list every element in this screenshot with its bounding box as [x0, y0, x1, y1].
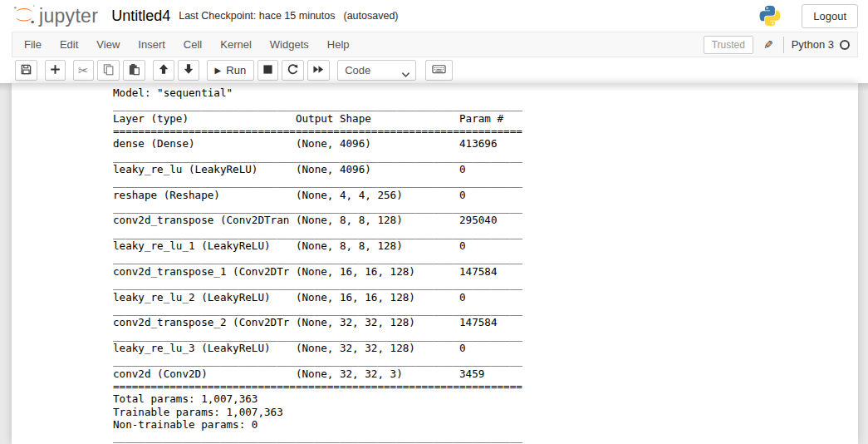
menu-help[interactable]: Help [318, 32, 359, 57]
run-label: Run [226, 64, 246, 76]
cell-type-select-wrap: Code [337, 60, 416, 81]
move-cell-down-button[interactable] [178, 60, 199, 81]
cut-icon: ✂ [78, 64, 89, 76]
cut-cell-button[interactable]: ✂ [73, 60, 94, 81]
model-summary-output: Model: "sequential" ____________________… [113, 83, 858, 444]
copy-icon [102, 63, 115, 78]
trusted-button[interactable]: Trusted [704, 36, 753, 54]
notebook-container: Model: "sequential" ____________________… [12, 83, 858, 444]
toolbar: ✂ ▶ Run [0, 57, 868, 83]
jupyter-logo-icon [12, 2, 37, 31]
keyboard-icon [432, 63, 446, 77]
menu-widgets[interactable]: Widgets [261, 32, 318, 57]
menu-kernel[interactable]: Kernel [211, 32, 261, 57]
save-button[interactable] [15, 60, 37, 81]
kernel-name: Python 3 [792, 38, 834, 51]
menu-file[interactable]: File [15, 32, 51, 57]
paste-icon [128, 63, 140, 78]
arrow-up-icon [158, 63, 169, 77]
run-button[interactable]: ▶ Run [207, 60, 255, 81]
notebook-title[interactable]: Untitled4 [111, 7, 170, 25]
run-icon: ▶ [215, 66, 222, 75]
menu-row: File Edit View Insert Cell Kernel Widget… [0, 32, 868, 57]
cell-type-select[interactable]: Code [337, 60, 416, 81]
python-logo-icon [758, 4, 782, 27]
restart-kernel-button[interactable] [282, 60, 304, 81]
menu-view[interactable]: View [87, 32, 129, 57]
restart-icon [287, 63, 299, 78]
add-cell-button[interactable] [45, 60, 66, 81]
menu-insert[interactable]: Insert [129, 32, 174, 57]
logout-button[interactable]: Logout [802, 4, 858, 28]
autosave-status: (autosaved) [344, 10, 399, 22]
divider [783, 37, 784, 53]
copy-cell-button[interactable] [97, 60, 120, 81]
menubar: File Edit View Insert Cell Kernel Widget… [12, 32, 858, 57]
checkpoint-status: Last Checkpoint: hace 15 minutos [179, 10, 335, 22]
move-cell-up-button[interactable] [153, 60, 174, 81]
kernel-idle-icon [840, 40, 850, 50]
menu-edit[interactable]: Edit [51, 32, 87, 57]
pencil-icon: ✎ [763, 38, 773, 52]
command-palette-button[interactable] [425, 60, 453, 81]
notebook-area: Model: "sequential" ____________________… [0, 83, 868, 444]
jupyter-logo-text: jupyter [39, 5, 98, 27]
stop-icon [262, 64, 273, 77]
restart-run-all-button[interactable] [307, 60, 330, 81]
menu-cell[interactable]: Cell [174, 32, 211, 57]
arrow-down-icon [183, 63, 194, 77]
fast-forward-icon [312, 64, 325, 77]
plus-icon [50, 64, 61, 77]
jupyter-logo[interactable]: jupyter [12, 2, 98, 31]
stop-button[interactable] [257, 60, 278, 81]
save-icon [20, 63, 32, 78]
header-bar: jupyter Untitled4 Last Checkpoint: hace … [0, 0, 868, 32]
paste-cell-button[interactable] [123, 60, 145, 81]
